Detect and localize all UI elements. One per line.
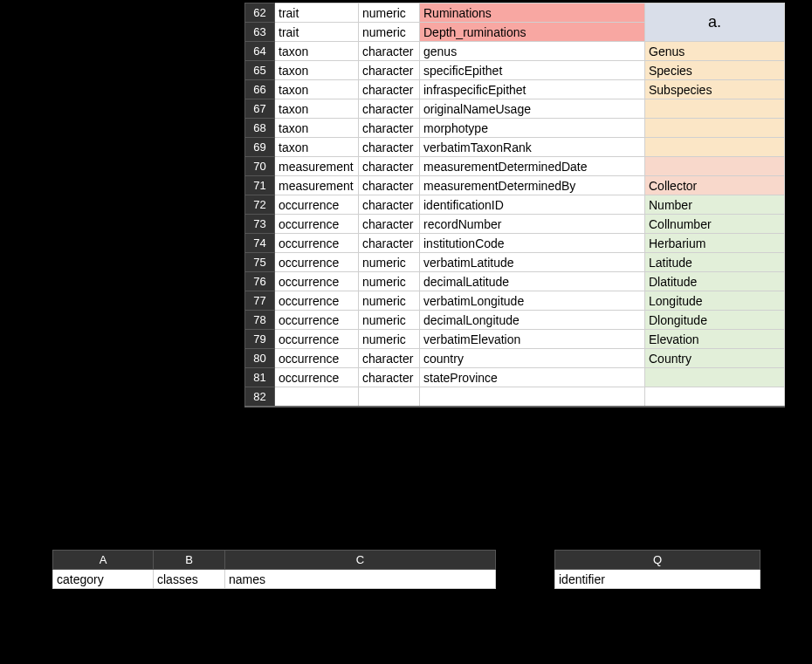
cell-names[interactable]: originalNameUsage [420,99,645,119]
cell-category[interactable]: taxon [275,119,359,138]
cell-names[interactable]: verbatimElevation [420,330,645,349]
cell-names[interactable] [420,387,645,407]
row-header[interactable]: 74 [245,234,275,253]
cell-category[interactable]: taxon [275,99,359,119]
cell-category[interactable]: occurrence [275,234,359,253]
cell-names[interactable]: stateProvince [420,368,645,387]
cell-category[interactable]: taxon [275,42,359,61]
row-header[interactable]: 68 [245,119,275,138]
cell-names[interactable]: measurementDeterminedDate [420,157,645,176]
cell-identifier[interactable]: Elevation [645,330,785,349]
cell-category[interactable]: taxon [275,80,359,99]
cell-identifier[interactable]: Latitude [645,253,785,272]
cell-identifier[interactable]: Collector [645,176,785,195]
cell-identifier[interactable]: identifier [555,570,760,589]
cell-identifier[interactable]: Longitude [645,291,785,311]
cell-category[interactable]: measurement [275,157,359,176]
cell-identifier[interactable]: Herbarium [645,234,785,253]
cell-classes[interactable]: numeric [359,272,420,291]
cell-classes[interactable]: character [359,368,420,387]
cell-names[interactable]: specificEpithet [420,61,645,80]
cell-classes[interactable]: character [359,176,420,195]
col-header-Q[interactable]: Q [555,551,760,570]
cell-category[interactable]: occurrence [275,272,359,291]
row-header[interactable]: 77 [245,291,275,311]
col-header-C[interactable]: C [225,551,496,570]
cell-names[interactable]: measurementDeterminedBy [420,176,645,195]
cell-names[interactable]: verbatimLatitude [420,253,645,272]
cell-names[interactable]: identificationID [420,195,645,215]
cell-names[interactable]: Ruminations [420,3,645,23]
cell-identifier[interactable]: Genus [645,42,785,61]
cell-names[interactable]: genus [420,42,645,61]
row-header[interactable]: 79 [245,330,275,349]
row-header[interactable]: 64 [245,42,275,61]
cell-category[interactable]: occurrence [275,253,359,272]
cell-classes[interactable]: numeric [359,311,420,330]
cell-names[interactable]: verbatimTaxonRank [420,138,645,157]
cell-identifier[interactable]: Number [645,195,785,215]
row-header[interactable]: 70 [245,157,275,176]
cell-classes[interactable]: character [359,138,420,157]
row-header[interactable]: 78 [245,311,275,330]
cell-category[interactable]: occurrence [275,291,359,311]
cell-names[interactable]: morphotype [420,119,645,138]
cell-classes[interactable]: numeric [359,330,420,349]
cell-classes[interactable]: numeric [359,23,420,42]
cell-names[interactable]: institutionCode [420,234,645,253]
cell-names[interactable]: infraspecificEpithet [420,80,645,99]
cell-identifier[interactable] [645,99,785,119]
cell-classes[interactable]: character [359,119,420,138]
row-header[interactable]: 72 [245,195,275,215]
cell-category[interactable]: trait [275,23,359,42]
cell-category[interactable]: occurrence [275,368,359,387]
row-header[interactable]: 75 [245,253,275,272]
row-header[interactable]: 76 [245,272,275,291]
cell-names[interactable]: Depth_ruminations [420,23,645,42]
cell-category[interactable]: occurrence [275,349,359,368]
row-header[interactable]: 73 [245,215,275,234]
cell-names[interactable]: decimalLongitude [420,311,645,330]
cell-identifier[interactable]: Dlongitude [645,311,785,330]
cell-category[interactable]: taxon [275,138,359,157]
row-header[interactable]: 71 [245,176,275,195]
cell-classes[interactable]: character [359,80,420,99]
cell-classes[interactable]: numeric [359,253,420,272]
cell-names[interactable]: recordNumber [420,215,645,234]
cell-identifier[interactable]: Subspecies [645,80,785,99]
cell-classes[interactable] [359,387,420,407]
row-header[interactable]: 81 [245,368,275,387]
cell-names[interactable]: names [225,570,496,589]
row-header[interactable]: 82 [245,387,275,407]
cell-identifier[interactable] [645,119,785,138]
cell-names[interactable]: decimalLatitude [420,272,645,291]
cell-classes[interactable]: character [359,99,420,119]
cell-classes[interactable]: character [359,215,420,234]
col-header-A[interactable]: A [53,551,154,570]
cell-category[interactable]: occurrence [275,215,359,234]
row-header[interactable]: 66 [245,80,275,99]
col-header-B[interactable]: B [154,551,225,570]
cell-identifier[interactable] [645,138,785,157]
cell-classes[interactable]: character [359,157,420,176]
cell-identifier[interactable]: Dlatitude [645,272,785,291]
row-header[interactable]: 69 [245,138,275,157]
cell-classes[interactable]: character [359,349,420,368]
cell-classes[interactable]: numeric [359,291,420,311]
cell-classes[interactable]: character [359,195,420,215]
cell-classes[interactable]: numeric [359,3,420,23]
cell-identifier[interactable]: Collnumber [645,215,785,234]
cell-names[interactable]: verbatimLongitude [420,291,645,311]
row-header[interactable]: 67 [245,99,275,119]
cell-identifier[interactable] [645,368,785,387]
cell-category[interactable]: trait [275,3,359,23]
cell-identifier[interactable] [645,157,785,176]
cell-category[interactable] [275,387,359,407]
cell-classes[interactable]: character [359,61,420,80]
cell-category[interactable]: category [53,570,154,589]
cell-identifier[interactable] [645,387,785,407]
cell-category[interactable]: occurrence [275,330,359,349]
row-header[interactable]: 65 [245,61,275,80]
cell-category[interactable]: occurrence [275,311,359,330]
cell-category[interactable]: measurement [275,176,359,195]
